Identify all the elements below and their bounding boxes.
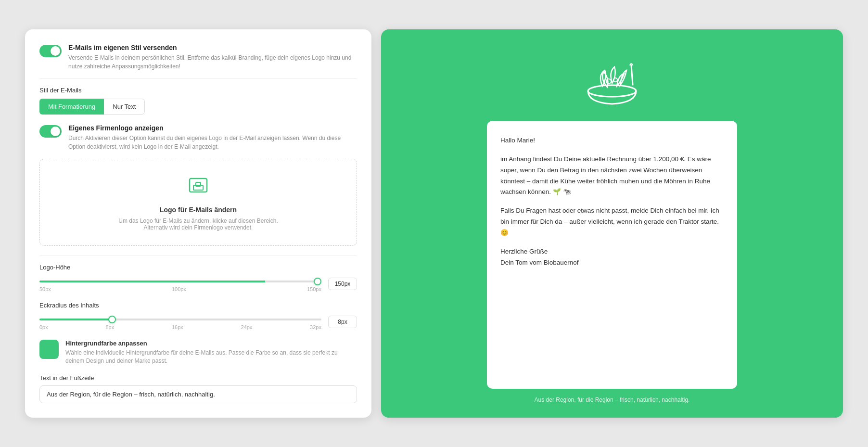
style-button-group: Mit Formatierung Nur Text [39, 99, 357, 115]
divider-1 [39, 78, 357, 79]
email-style-title: E-Mails im eigenen Stil versenden [68, 44, 357, 51]
email-body1: im Anhang findest Du Deine aktuelle Rech… [500, 154, 724, 198]
btn-nur-text[interactable]: Nur Text [104, 99, 145, 115]
tick-16px: 16px [172, 324, 183, 330]
border-radius-label: Eckradius des Inhalts [39, 302, 357, 309]
logo-height-value: 150px [328, 278, 357, 290]
email-style-text: E-Mails im eigenen Stil versenden Versen… [68, 44, 357, 71]
footer-input[interactable] [39, 385, 357, 403]
company-logo-text: Eigenes Firmenlogo anzeigen Durch Aktivi… [68, 124, 357, 151]
right-panel: Hallo Marie! im Anhang findest Du Deine … [381, 29, 843, 418]
page-wrapper: E-Mails im eigenen Stil versenden Versen… [25, 29, 843, 418]
upload-desc1: Um das Logo für E-Mails zu ändern, klick… [50, 217, 347, 224]
border-radius-value: 8px [328, 316, 357, 328]
email-closing-text: Herzliche Grüße [500, 248, 548, 255]
svg-point-5 [606, 79, 611, 84]
logo-height-slider[interactable] [39, 281, 321, 282]
upload-title: Logo für E-Mails ändern [50, 206, 347, 214]
border-radius-section: Eckradius des Inhalts 0px 8px 16px 24px … [39, 302, 357, 330]
upload-icon [50, 174, 347, 201]
logo-height-ticks: 50px 100px 150px [39, 286, 321, 292]
email-closing: Herzliche Grüße Dein Tom vom Biobauernof [500, 246, 724, 268]
company-logo-title: Eigenes Firmenlogo anzeigen [68, 124, 357, 132]
footer-label: Text in der Fußzeile [39, 374, 357, 382]
email-body2: Falls Du Fragen hast oder etwas nicht pa… [500, 205, 724, 239]
border-radius-ticks: 0px 8px 16px 24px 32px [39, 324, 321, 330]
divider-2 [39, 255, 357, 256]
company-logo-section: Eigenes Firmenlogo anzeigen Durch Aktivi… [39, 124, 357, 151]
upload-desc2: Alternativ wird dein Firmenlogo verwende… [50, 224, 347, 231]
tick-0px: 0px [39, 324, 48, 330]
logo-height-label: Logo-Höhe [39, 264, 357, 271]
background-color-section: Hintergrundfarbe anpassen Wähle eine ind… [39, 340, 357, 365]
company-logo-description: Durch Aktivieren dieser Option kannst du… [68, 134, 357, 151]
color-title: Hintergrundfarbe anpassen [65, 340, 357, 347]
border-radius-slider-wrap: 0px 8px 16px 24px 32px [39, 314, 321, 330]
border-radius-slider[interactable] [39, 319, 321, 320]
toggle-switch-logo[interactable] [39, 125, 62, 138]
svg-line-7 [631, 65, 633, 85]
style-label: Stil der E-Mails [39, 87, 357, 94]
color-description: Wähle eine individuelle Hintergrundfarbe… [65, 349, 357, 365]
email-style-section: E-Mails im eigenen Stil versenden Versen… [39, 44, 357, 71]
left-panel: E-Mails im eigenen Stil versenden Versen… [25, 29, 371, 418]
tick-50px: 50px [39, 286, 51, 292]
logo-upload-area[interactable]: Logo für E-Mails ändern Um das Logo für … [39, 159, 357, 246]
salad-icon [581, 49, 643, 111]
logo-height-section: Logo-Höhe 50px 100px 150px 150px [39, 264, 357, 292]
email-signature: Dein Tom vom Biobauernof [500, 259, 579, 266]
tick-100px: 100px [172, 286, 186, 292]
tick-24px: 24px [241, 324, 253, 330]
border-radius-slider-container: 0px 8px 16px 24px 32px 8px [39, 314, 357, 330]
svg-point-4 [588, 85, 636, 97]
email-footer-text: Aus der Region, für die Region – frisch,… [535, 396, 690, 403]
email-style-description: Versende E-Mails in deinem persönlichen … [68, 53, 357, 71]
tick-150px: 150px [307, 286, 321, 292]
company-logo-toggle[interactable] [39, 125, 62, 140]
email-style-toggle[interactable] [39, 45, 62, 59]
logo-height-slider-wrap: 50px 100px 150px [39, 276, 321, 292]
email-greeting: Hallo Marie! [500, 135, 724, 146]
toggle-switch[interactable] [39, 45, 62, 57]
tick-8px: 8px [105, 324, 114, 330]
tick-32px: 32px [310, 324, 321, 330]
color-swatch[interactable] [39, 340, 59, 359]
email-card: Hallo Marie! im Anhang findest Du Deine … [487, 121, 737, 389]
logo-height-slider-container: 50px 100px 150px 150px [39, 276, 357, 292]
color-text: Hintergrundfarbe anpassen Wähle eine ind… [65, 340, 357, 365]
btn-mit-formatierung[interactable]: Mit Formatierung [39, 99, 104, 115]
